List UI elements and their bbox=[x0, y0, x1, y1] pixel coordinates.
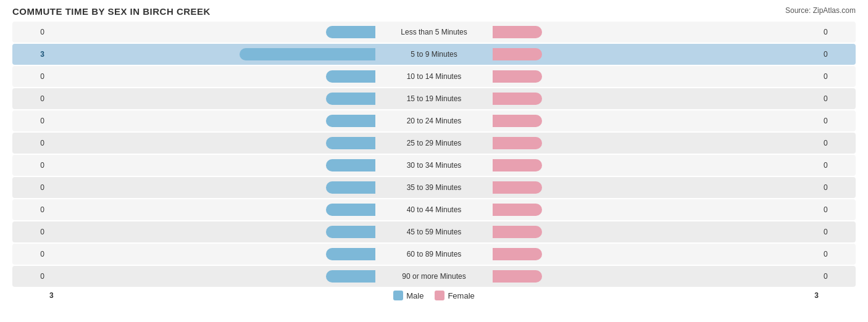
male-legend-box bbox=[393, 291, 403, 300]
female-bar-area bbox=[493, 115, 819, 127]
male-bar bbox=[326, 159, 375, 171]
male-bar-area bbox=[49, 181, 375, 194]
bars-wrapper: 25 to 29 Minutes bbox=[49, 137, 819, 149]
female-legend-box bbox=[435, 291, 444, 300]
bar-container: 25 to 29 Minutes bbox=[49, 133, 819, 154]
female-bar-area bbox=[493, 93, 819, 105]
male-bar-area bbox=[49, 26, 375, 38]
bar-container: Less than 5 Minutes bbox=[49, 22, 819, 43]
male-bar bbox=[326, 270, 375, 283]
legend: Male Female bbox=[393, 291, 475, 300]
bar-row: 0 10 to 14 Minutes 0 bbox=[12, 66, 856, 87]
left-value: 0 bbox=[12, 250, 49, 258]
male-bar bbox=[326, 248, 375, 260]
left-value: 0 bbox=[12, 139, 49, 147]
female-bar bbox=[493, 248, 542, 260]
bars-wrapper: Less than 5 Minutes bbox=[49, 26, 819, 38]
bar-row: 0 60 to 89 Minutes 0 bbox=[12, 244, 856, 265]
bar-row: 0 40 to 44 Minutes 0 bbox=[12, 199, 856, 220]
female-bar bbox=[493, 48, 542, 60]
female-bar-area bbox=[493, 226, 819, 238]
bar-container: 40 to 44 Minutes bbox=[49, 199, 819, 220]
bar-container: 45 to 59 Minutes bbox=[49, 221, 819, 242]
left-value: 0 bbox=[12, 72, 49, 81]
bars-wrapper: 15 to 19 Minutes bbox=[49, 93, 819, 105]
female-bar bbox=[493, 159, 542, 171]
male-bar-area bbox=[49, 159, 375, 171]
male-bar-area bbox=[49, 70, 375, 83]
bar-label: 60 to 89 Minutes bbox=[375, 250, 492, 258]
male-bar-area bbox=[49, 226, 375, 238]
bar-label: 25 to 29 Minutes bbox=[375, 139, 492, 147]
footer-left-value: 3 bbox=[49, 291, 54, 300]
bars-wrapper: 10 to 14 Minutes bbox=[49, 70, 819, 83]
male-bar bbox=[326, 26, 375, 38]
bars-wrapper: 20 to 24 Minutes bbox=[49, 115, 819, 127]
female-bar-area bbox=[493, 26, 819, 38]
bar-container: 15 to 19 Minutes bbox=[49, 88, 819, 109]
bar-row: 0 90 or more Minutes 0 bbox=[12, 266, 856, 287]
left-value: 0 bbox=[12, 28, 49, 36]
right-value: 0 bbox=[819, 272, 856, 281]
female-bar-area bbox=[493, 48, 819, 60]
male-bar bbox=[326, 226, 375, 238]
bar-container: 60 to 89 Minutes bbox=[49, 244, 819, 265]
bar-label: 20 to 24 Minutes bbox=[375, 117, 492, 125]
left-value: 0 bbox=[12, 94, 49, 103]
bar-container: 10 to 14 Minutes bbox=[49, 66, 819, 87]
chart-area: 0 Less than 5 Minutes 0 3 bbox=[12, 22, 856, 287]
chart-title: COMMUTE TIME BY SEX IN BIRCH CREEK bbox=[12, 6, 211, 17]
female-bar-area bbox=[493, 248, 819, 260]
female-bar bbox=[493, 26, 542, 38]
chart-footer: 3 Male Female 3 bbox=[12, 291, 856, 300]
bar-row: 0 30 to 34 Minutes 0 bbox=[12, 155, 856, 176]
female-legend-label: Female bbox=[448, 291, 474, 300]
female-bar bbox=[493, 93, 542, 105]
male-bar-area bbox=[49, 48, 375, 60]
female-bar-area bbox=[493, 181, 819, 194]
bars-wrapper: 5 to 9 Minutes bbox=[49, 48, 819, 60]
right-value: 0 bbox=[819, 183, 856, 192]
female-bar-area bbox=[493, 70, 819, 83]
bar-label: 10 to 14 Minutes bbox=[375, 72, 492, 81]
female-bar-area bbox=[493, 270, 819, 283]
bar-container: 90 or more Minutes bbox=[49, 266, 819, 287]
bar-label: 5 to 9 Minutes bbox=[375, 50, 492, 59]
bar-label: 15 to 19 Minutes bbox=[375, 94, 492, 103]
left-value: 0 bbox=[12, 205, 49, 214]
bar-container: 20 to 24 Minutes bbox=[49, 110, 819, 131]
bar-row: 0 Less than 5 Minutes 0 bbox=[12, 22, 856, 43]
male-bar bbox=[326, 137, 375, 149]
male-bar bbox=[326, 93, 375, 105]
left-value: 0 bbox=[12, 117, 49, 125]
chart-header: COMMUTE TIME BY SEX IN BIRCH CREEK Sourc… bbox=[12, 6, 856, 17]
male-bar-area bbox=[49, 248, 375, 260]
female-bar bbox=[493, 70, 542, 83]
female-bar bbox=[493, 204, 542, 216]
bars-wrapper: 45 to 59 Minutes bbox=[49, 226, 819, 238]
right-value: 0 bbox=[819, 72, 856, 81]
right-value: 0 bbox=[819, 139, 856, 147]
male-bar bbox=[326, 181, 375, 194]
right-value: 0 bbox=[819, 50, 856, 59]
female-bar bbox=[493, 270, 542, 283]
male-bar bbox=[326, 70, 375, 83]
bar-row: 0 20 to 24 Minutes 0 bbox=[12, 110, 856, 131]
female-bar-area bbox=[493, 204, 819, 216]
right-value: 0 bbox=[819, 117, 856, 125]
bar-label: 30 to 34 Minutes bbox=[375, 161, 492, 170]
bars-wrapper: 60 to 89 Minutes bbox=[49, 248, 819, 260]
bar-container: 5 to 9 Minutes bbox=[49, 44, 819, 65]
right-value: 0 bbox=[819, 94, 856, 103]
bar-row: 0 15 to 19 Minutes 0 bbox=[12, 88, 856, 109]
right-value: 0 bbox=[819, 205, 856, 214]
bar-label: 45 to 59 Minutes bbox=[375, 228, 492, 236]
bar-label: Less than 5 Minutes bbox=[375, 28, 492, 36]
bars-wrapper: 90 or more Minutes bbox=[49, 270, 819, 283]
bar-row: 0 45 to 59 Minutes 0 bbox=[12, 221, 856, 242]
female-bar bbox=[493, 137, 542, 149]
right-value: 0 bbox=[819, 161, 856, 170]
female-bar bbox=[493, 226, 542, 238]
left-value: 0 bbox=[12, 161, 49, 170]
left-value: 0 bbox=[12, 228, 49, 236]
